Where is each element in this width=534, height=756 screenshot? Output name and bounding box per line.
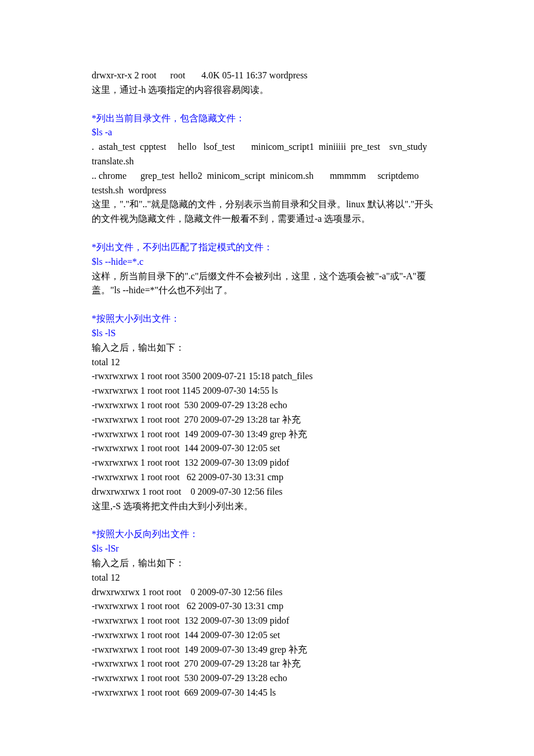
cmd-ls-a: $ls -a: [92, 125, 442, 140]
ls-a-output-2: .. chrome grep_test hello2 minicom_scrip…: [92, 169, 442, 198]
heading-ls-a: *列出当前目录文件，包含隐藏文件：: [92, 111, 442, 126]
lSr-row: -rwxrwxrwx 1 root root 144 2009-07-30 12…: [92, 628, 442, 643]
lS-row: drwxrwxrwx 1 root root 0 2009-07-30 12:5…: [92, 485, 442, 499]
lSr-row: -rwxrwxrwx 1 root root 149 2009-07-30 13…: [92, 643, 442, 657]
heading-lSr: *按照大小反向列出文件：: [92, 527, 442, 542]
heading-lS: *按照大小列出文件：: [92, 312, 442, 326]
cmd-lSr: $ls -lSr: [92, 542, 442, 556]
lS-row: -rwxrwxrwx 1 root root 149 2009-07-30 13…: [92, 427, 442, 442]
intro-explain: 这里，通过-h 选项指定的内容很容易阅读。: [92, 83, 442, 98]
heading-hide: *列出文件，不列出匹配了指定模式的文件：: [92, 240, 442, 255]
lS-row: -rwxrwxrwx 1 root root 530 2009-07-29 13…: [92, 398, 442, 413]
lSr-total: total 12: [92, 571, 442, 585]
lS-prompt: 输入之后，输出如下：: [92, 341, 442, 355]
ls-a-output-1: . astah_test cpptest hello lsof_test min…: [92, 140, 442, 169]
lS-row: -rwxrwxrwx 1 root root 1145 2009-07-30 1…: [92, 384, 442, 398]
lSr-row: drwxrwxrwx 1 root root 0 2009-07-30 12:5…: [92, 585, 442, 600]
lS-explain: 这里,-S 选项将把文件由大到小列出来。: [92, 499, 442, 514]
lS-row: -rwxrwxrwx 1 root root 62 2009-07-30 13:…: [92, 470, 442, 485]
lSr-row: -rwxrwxrwx 1 root root 62 2009-07-30 13:…: [92, 599, 442, 614]
lSr-prompt: 输入之后，输出如下：: [92, 556, 442, 571]
cmd-hide: $ls --hide=*.c: [92, 255, 442, 269]
ls-a-explain: 这里，"."和".."就是隐藏的文件，分别表示当前目录和父目录。linux 默认…: [92, 197, 442, 226]
lSr-row: -rwxrwxrwx 1 root root 530 2009-07-29 13…: [92, 671, 442, 686]
hide-explain: 这样，所当前目录下的".c"后缀文件不会被列出，这里，这个选项会被"-a"或"-…: [92, 269, 442, 298]
lSr-row: -rwxrwxrwx 1 root root 132 2009-07-30 13…: [92, 614, 442, 628]
lSr-row: -rwxrwxrwx 1 root root 270 2009-07-29 13…: [92, 657, 442, 671]
lS-total: total 12: [92, 355, 442, 370]
cmd-lS: $ls -lS: [92, 326, 442, 341]
lS-row: -rwxrwxrwx 1 root root 270 2009-07-29 13…: [92, 413, 442, 427]
lS-row: -rwxrwxrwx 1 root root 144 2009-07-30 12…: [92, 441, 442, 456]
lSr-row: -rwxrwxrwx 1 root root 669 2009-07-30 14…: [92, 686, 442, 700]
lS-row: -rwxrwxrwx 1 root root 132 2009-07-30 13…: [92, 456, 442, 470]
lS-row: -rwxrwxrwx 1 root root 3500 2009-07-21 1…: [92, 369, 442, 384]
intro-output: drwxr-xr-x 2 root root 4.0K 05-11 16:37 …: [92, 69, 442, 83]
